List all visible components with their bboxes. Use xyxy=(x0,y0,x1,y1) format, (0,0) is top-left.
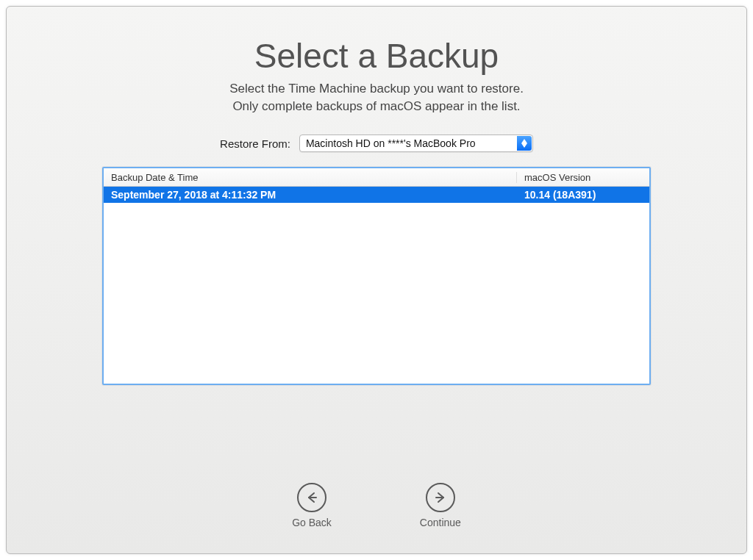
forward-arrow-icon xyxy=(426,483,455,512)
backup-table: Backup Date & Time macOS Version Septemb… xyxy=(102,167,651,385)
row-version: 10.14 (18A391) xyxy=(517,189,649,201)
bottom-nav: Go Back Continue xyxy=(7,483,746,528)
table-header: Backup Date & Time macOS Version xyxy=(104,168,649,187)
column-header-date[interactable]: Backup Date & Time xyxy=(104,172,517,183)
subtitle-line-1: Select the Time Machine backup you want … xyxy=(229,82,524,96)
restore-from-value: Macintosh HD on ****'s MacBook Pro xyxy=(306,137,476,149)
go-back-button[interactable]: Go Back xyxy=(292,483,332,528)
row-date: September 27, 2018 at 4:11:32 PM xyxy=(104,189,517,201)
go-back-label: Go Back xyxy=(292,517,332,528)
page-title: Select a Backup xyxy=(7,36,746,76)
main-panel: Select a Backup Select the Time Machine … xyxy=(6,6,747,554)
restore-from-label: Restore From: xyxy=(220,137,290,150)
continue-button[interactable]: Continue xyxy=(420,483,461,528)
dropdown-stepper-icon xyxy=(517,136,532,151)
restore-from-row: Restore From: Macintosh HD on ****'s Mac… xyxy=(7,134,746,152)
continue-label: Continue xyxy=(420,517,461,528)
column-header-version[interactable]: macOS Version xyxy=(517,172,649,183)
table-body[interactable]: September 27, 2018 at 4:11:32 PM 10.14 (… xyxy=(104,187,649,384)
page-subtitle: Select the Time Machine backup you want … xyxy=(7,80,746,115)
back-arrow-icon xyxy=(297,483,326,512)
window-frame: Select a Backup Select the Time Machine … xyxy=(0,0,753,560)
table-row[interactable]: September 27, 2018 at 4:11:32 PM 10.14 (… xyxy=(104,187,649,203)
restore-from-dropdown[interactable]: Macintosh HD on ****'s MacBook Pro xyxy=(299,134,533,152)
subtitle-line-2: Only complete backups of macOS appear in… xyxy=(232,99,520,113)
